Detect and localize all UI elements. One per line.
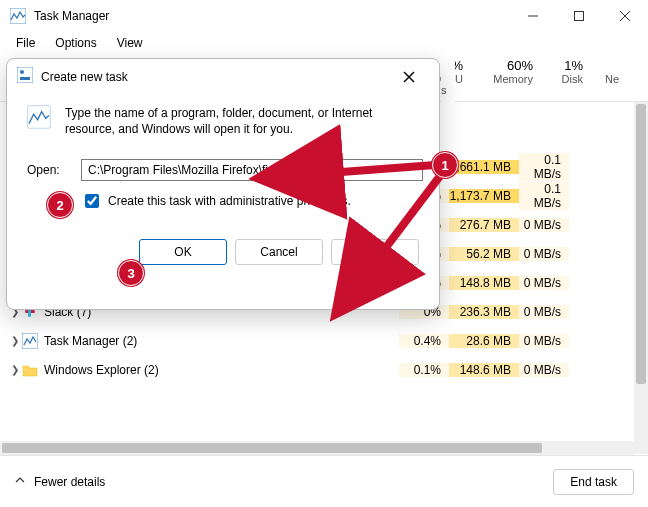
disk-value: 0 MB/s (519, 247, 569, 261)
process-name: Windows Explorer (2) (44, 363, 159, 377)
disk-value: 0 MB/s (519, 218, 569, 232)
process-name: Task Manager (2) (44, 334, 137, 348)
end-task-button[interactable]: End task (553, 469, 634, 495)
svg-rect-12 (20, 77, 30, 80)
process-row[interactable]: ❯Task Manager (2)0.4%28.6 MB0 MB/s (0, 326, 648, 355)
run-icon (17, 67, 33, 87)
admin-privileges-checkbox[interactable] (85, 194, 99, 208)
ok-button[interactable]: OK (139, 239, 227, 265)
memory-value: 1,173.7 MB (449, 189, 519, 203)
svg-point-13 (20, 70, 24, 74)
dialog-description: Type the name of a program, folder, docu… (65, 105, 423, 137)
memory-value: 1,661.1 MB (449, 160, 519, 174)
close-button[interactable] (602, 0, 648, 32)
memory-value: 236.3 MB (449, 305, 519, 319)
open-label: Open: (27, 163, 71, 177)
chevron-up-icon (14, 474, 26, 489)
memory-value: 148.6 MB (449, 363, 519, 377)
memory-value: 148.8 MB (449, 276, 519, 290)
process-row[interactable]: ❯Windows Explorer (2)0.1%148.6 MB0 MB/s (0, 355, 648, 384)
disk-value: 0.1 MB/s (519, 182, 569, 210)
disk-value: 0.1 MB/s (519, 153, 569, 181)
minimize-button[interactable] (510, 0, 556, 32)
dialog-close-button[interactable] (389, 63, 429, 91)
disk-value: 0 MB/s (519, 305, 569, 319)
create-new-task-dialog: Create new task Type the name of a progr… (6, 58, 440, 310)
open-input[interactable] (81, 159, 423, 181)
disk-value: 0 MB/s (519, 334, 569, 348)
memory-value: 56.2 MB (449, 247, 519, 261)
fewer-details-button[interactable]: Fewer details (14, 474, 105, 489)
annotation-badge-2: 2 (47, 192, 73, 218)
horizontal-scrollbar[interactable] (0, 441, 634, 455)
cancel-button[interactable]: Cancel (235, 239, 323, 265)
taskmgr-icon (22, 333, 38, 349)
col-disk[interactable]: 1% Disk (541, 54, 591, 101)
maximize-button[interactable] (556, 0, 602, 32)
expand-icon[interactable]: ❯ (0, 335, 22, 346)
annotation-badge-1: 1 (432, 152, 458, 178)
menu-file[interactable]: File (8, 34, 43, 52)
header-fragment: s (441, 60, 455, 104)
vertical-scrollbar[interactable] (634, 102, 648, 454)
app-icon (10, 8, 26, 24)
memory-value: 276.7 MB (449, 218, 519, 232)
menu-bar: File Options View (0, 32, 648, 54)
col-network[interactable]: Ne (591, 54, 627, 101)
browse-button[interactable]: Browse... (331, 239, 419, 265)
dialog-title: Create new task (41, 70, 389, 84)
expand-icon[interactable]: ❯ (0, 364, 22, 375)
cpu-value: 0.1% (399, 363, 449, 377)
svg-rect-11 (17, 67, 33, 83)
disk-value: 0 MB/s (519, 276, 569, 290)
memory-value: 28.6 MB (449, 334, 519, 348)
admin-privileges-label: Create this task with administrative pri… (108, 194, 351, 208)
menu-options[interactable]: Options (47, 34, 104, 52)
folder-icon (22, 362, 38, 378)
disk-value: 0 MB/s (519, 363, 569, 377)
window-title: Task Manager (34, 9, 510, 23)
col-memory[interactable]: 60% Memory (471, 54, 541, 101)
cpu-value: 0.4% (399, 334, 449, 348)
menu-view[interactable]: View (109, 34, 151, 52)
annotation-badge-3: 3 (118, 260, 144, 286)
performance-icon (27, 105, 51, 141)
svg-rect-2 (575, 12, 584, 21)
